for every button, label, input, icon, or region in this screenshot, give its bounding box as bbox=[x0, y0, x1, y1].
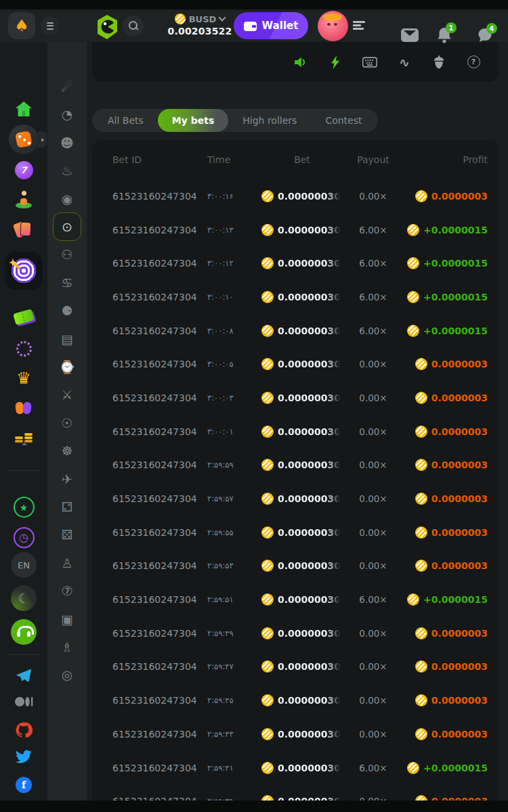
crosshair-game-icon[interactable]: ⊙ bbox=[53, 212, 81, 241]
crab-game-icon[interactable]: ♋ bbox=[47, 273, 87, 293]
ticket-icon[interactable] bbox=[0, 309, 47, 325]
monster-game-icon[interactable]: ☻ bbox=[47, 133, 87, 153]
user-avatar[interactable] bbox=[318, 11, 348, 41]
table-row[interactable]: 61523160247304۲:۵۹:۵۷0.000000300.00×0.00… bbox=[112, 482, 488, 516]
robot-game-icon[interactable]: ♙ bbox=[47, 553, 87, 573]
chevron-down-icon bbox=[219, 14, 226, 21]
clock-badge-icon[interactable]: ◷ bbox=[0, 527, 47, 548]
bet-payout: 0.00× bbox=[343, 560, 404, 571]
language-button[interactable]: EN bbox=[0, 552, 47, 578]
busd-coin-icon bbox=[415, 493, 427, 505]
bet-amount: 0.00000030 bbox=[261, 257, 343, 269]
wheel-game-icon[interactable]: ☸ bbox=[47, 441, 87, 461]
spade-logo-icon[interactable]: ♠ bbox=[8, 12, 35, 39]
bet-profit: +0.0000015 bbox=[404, 593, 488, 606]
cookies-game-icon[interactable]: ⚇ bbox=[47, 244, 87, 265]
table-row[interactable]: 61523160247304۲:۵۹:۵۱0.000000306.00×+0.0… bbox=[112, 583, 488, 616]
busd-coin-icon bbox=[415, 560, 427, 572]
eye-game-icon[interactable]: ☉ bbox=[47, 413, 87, 433]
hotkeys-icon[interactable] bbox=[362, 55, 377, 70]
dice-game-icon[interactable]: ⚄ bbox=[47, 524, 87, 545]
hamburger-menu-icon[interactable] bbox=[41, 16, 60, 35]
stopwatch-game-icon[interactable]: ⌚ bbox=[47, 357, 87, 377]
bet-id: 61523160247304 bbox=[112, 493, 207, 504]
twitter-icon[interactable] bbox=[0, 750, 47, 765]
bet-list-icon[interactable] bbox=[353, 21, 365, 30]
promotions-tags-icon[interactable] bbox=[0, 220, 47, 239]
table-row[interactable]: 61523160247304۲:۵۹:۴۷0.000000300.00×0.00… bbox=[112, 650, 488, 684]
bet-payout: 0.00× bbox=[343, 392, 404, 403]
bet-amount: 0.00000030 bbox=[261, 627, 343, 639]
cards-game-icon[interactable]: ▤ bbox=[47, 329, 87, 349]
table-row[interactable]: 61523160247304۲:۵۹:۴۹0.000000300.00×0.00… bbox=[112, 616, 488, 650]
bcgame-logo[interactable] bbox=[95, 14, 119, 40]
referral-duo-icon[interactable] bbox=[0, 400, 47, 416]
assets-gold-bars-icon[interactable] bbox=[0, 430, 47, 445]
trends-icon[interactable]: ∿ bbox=[397, 55, 412, 70]
sidebar-expand-chevron[interactable]: › bbox=[38, 131, 47, 148]
table-row[interactable]: 61523160247304۳:۰۰:۰۳0.000000300.00×0.00… bbox=[112, 381, 488, 415]
table-row[interactable]: 61523160247304۳:۰۰:۰۵0.000000300.00×0.00… bbox=[112, 347, 488, 381]
busd-coin-icon bbox=[415, 392, 427, 404]
telegram-icon[interactable] bbox=[0, 668, 47, 684]
bot-game-icon[interactable]: ♗ bbox=[47, 637, 87, 657]
saucer-game-icon[interactable]: ◉ bbox=[47, 189, 87, 209]
table-row[interactable]: 61523160247304۳:۰۰:۱۶0.000000300.00×0.00… bbox=[112, 179, 488, 213]
bell-icon[interactable]: 1 bbox=[437, 27, 452, 46]
fireball-game-icon[interactable]: ♨ bbox=[47, 160, 87, 181]
table-row[interactable]: 61523160247304۲:۵۹:۴۱0.000000306.00×+0.0… bbox=[112, 751, 488, 785]
tab-high-rollers[interactable]: High rollers bbox=[228, 109, 311, 132]
bet-amount: 0.00000030 bbox=[261, 560, 343, 572]
dartboard-active-game-icon[interactable] bbox=[5, 252, 43, 290]
frame-game-icon[interactable]: ▣ bbox=[47, 609, 87, 629]
theme-moon-icon[interactable]: ☾ bbox=[0, 585, 47, 611]
currency-selector[interactable]: BUSD 0.00203522 bbox=[165, 14, 235, 37]
seed-icon[interactable] bbox=[431, 55, 446, 70]
sword-game-icon[interactable]: ⚔ bbox=[47, 384, 87, 405]
table-row[interactable]: 61523160247304۳:۰۰:۰۱0.000000300.00×0.00… bbox=[112, 415, 488, 449]
table-row[interactable]: 61523160247304۳:۰۰:۱۲0.000000306.00×+0.0… bbox=[112, 246, 488, 280]
live-casino-icon[interactable] bbox=[0, 191, 47, 208]
tab-contest[interactable]: Contest bbox=[311, 109, 376, 132]
facebook-icon[interactable]: f bbox=[0, 777, 47, 793]
inbox-icon[interactable] bbox=[401, 28, 419, 45]
medium-icon[interactable] bbox=[0, 696, 47, 708]
home-icon[interactable] bbox=[0, 99, 47, 118]
star-badge-icon[interactable]: ★ bbox=[0, 497, 47, 518]
chips-game-icon[interactable]: ⚁ bbox=[47, 497, 87, 517]
sound-icon[interactable] bbox=[293, 55, 308, 70]
ring-of-dots-icon[interactable] bbox=[0, 340, 47, 357]
bet-time: ۲:۵۹:۴۷ bbox=[207, 662, 261, 671]
table-row[interactable]: 61523160247304۲:۵۹:۴۵0.000000300.00×0.00… bbox=[112, 683, 488, 717]
table-row[interactable]: 61523160247304۲:۵۹:۵۹0.000000300.00×0.00… bbox=[112, 449, 488, 482]
wallet-button[interactable]: Wallet bbox=[234, 12, 308, 39]
busd-coin-icon bbox=[261, 762, 274, 774]
tab-my-bets[interactable]: My bets bbox=[158, 109, 228, 132]
busd-coin-icon bbox=[261, 526, 274, 539]
crown-vip-icon[interactable]: ♛ bbox=[0, 370, 47, 386]
bet-id: 61523160247304 bbox=[112, 459, 207, 470]
disc-game-icon[interactable]: ◎ bbox=[47, 664, 87, 685]
seven-game-icon[interactable]: ⑦ bbox=[47, 581, 87, 601]
support-headset-icon[interactable] bbox=[0, 619, 47, 645]
instant-bet-icon[interactable] bbox=[328, 55, 343, 70]
slots-seven-icon[interactable]: 7 bbox=[0, 160, 47, 179]
tab-all-bets[interactable]: All Bets bbox=[93, 109, 158, 132]
comet-game-icon[interactable]: ☄ bbox=[47, 76, 87, 97]
github-icon[interactable] bbox=[0, 721, 47, 739]
planet-game-icon[interactable]: ◔ bbox=[47, 104, 87, 125]
chat-icon[interactable]: 4 bbox=[477, 28, 492, 45]
table-row[interactable]: 61523160247304۲:۵۹:۴۳0.000000300.00×0.00… bbox=[112, 717, 488, 751]
table-row[interactable]: 61523160247304۳:۰۰:۱۳0.000000306.00×+0.0… bbox=[112, 213, 488, 247]
table-row[interactable]: 61523160247304۳:۰۰:۱۰0.000000306.00×+0.0… bbox=[112, 280, 488, 314]
help-icon[interactable]: ? bbox=[466, 55, 481, 70]
rocket-game-icon[interactable]: ✈ bbox=[47, 469, 87, 489]
table-row[interactable]: 61523160247304۲:۵۹:۵۵0.000000300.00×0.00… bbox=[112, 516, 488, 549]
table-row[interactable]: 61523160247304۳:۰۰:۰۸0.000000306.00×+0.0… bbox=[112, 314, 488, 348]
wallet-icon bbox=[244, 21, 257, 31]
bet-payout: 0.00× bbox=[343, 527, 404, 538]
table-row[interactable]: 61523160247304۲:۵۹:۵۳0.000000300.00×0.00… bbox=[112, 549, 488, 583]
search-icon[interactable] bbox=[123, 16, 144, 37]
bell-badge: 1 bbox=[446, 22, 457, 33]
bomb-game-icon[interactable]: ⚈ bbox=[47, 300, 87, 321]
